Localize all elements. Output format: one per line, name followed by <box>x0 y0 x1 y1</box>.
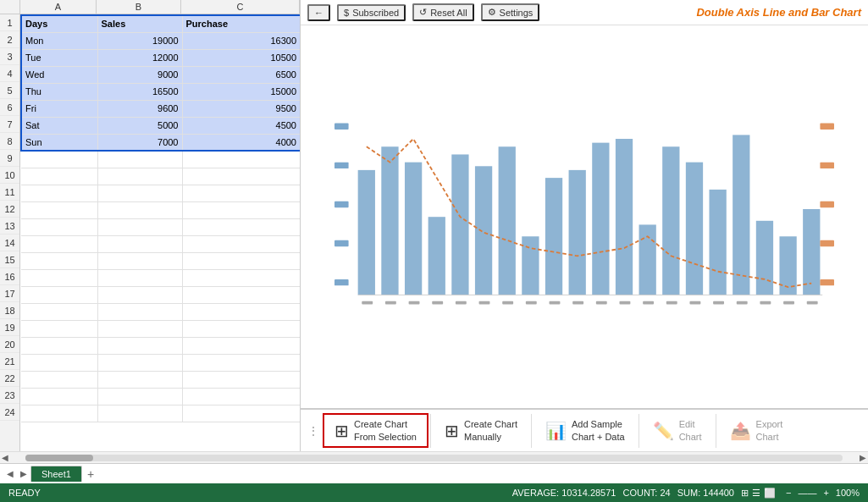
subscribed-button[interactable]: $ Subscribed <box>337 4 406 21</box>
horizontal-scrollbar[interactable]: ◀ ▶ <box>0 451 868 463</box>
cell-c4[interactable]: 6500 <box>182 66 300 83</box>
list-view-icon[interactable]: ☰ <box>752 488 760 499</box>
zoom-in-icon[interactable]: + <box>823 488 828 498</box>
table-row <box>21 185 300 201</box>
cell-c2[interactable]: 16300 <box>182 32 300 49</box>
cell-c3[interactable]: 10500 <box>182 49 300 66</box>
scroll-thumb[interactable] <box>25 455 93 461</box>
row-num-8[interactable]: 8 <box>0 133 19 150</box>
col-header-a[interactable]: A <box>20 0 97 14</box>
zoom-out-icon[interactable]: − <box>786 488 791 498</box>
drag-handle-icon[interactable]: ⋮ <box>304 424 323 438</box>
row-num-18[interactable]: 18 <box>0 302 19 319</box>
tab-scroll-right[interactable]: ▶ <box>17 469 30 478</box>
reset-button[interactable]: ↺ Reset All <box>412 3 473 21</box>
svg-rect-43 <box>760 301 771 305</box>
row-num-1[interactable]: 1 <box>0 14 19 31</box>
row-num-10[interactable]: 10 <box>0 167 19 184</box>
export-chart-button[interactable]: 📤 Export Chart <box>718 413 795 448</box>
cell-c6[interactable]: 9500 <box>182 100 300 117</box>
cell-b2[interactable]: 19000 <box>97 32 182 49</box>
row-num-23[interactable]: 23 <box>0 387 19 404</box>
row-num-13[interactable]: 13 <box>0 218 19 234</box>
row-num-15[interactable]: 15 <box>0 251 19 268</box>
cell-c5[interactable]: 15000 <box>182 83 300 100</box>
table-row <box>21 151 300 168</box>
svg-rect-5 <box>358 170 375 295</box>
create-chart-manual-icon: ⊞ <box>445 421 459 441</box>
table-row: Fri 9600 9500 <box>21 100 300 117</box>
svg-rect-28 <box>409 301 420 305</box>
cell-a6[interactable]: Fri <box>21 100 97 117</box>
create-chart-manually-button[interactable]: ⊞ Create Chart Manually <box>433 413 529 448</box>
scroll-track[interactable] <box>25 455 843 461</box>
settings-button[interactable]: ⚙ Settings <box>481 3 540 21</box>
tab-scroll-left[interactable]: ◀ <box>3 469 17 478</box>
col-header-c[interactable]: C <box>181 0 300 14</box>
cell-c8[interactable]: 4000 <box>182 134 300 151</box>
btn4-line2: Chart <box>679 431 702 443</box>
settings-label: Settings <box>500 8 534 18</box>
row-num-21[interactable]: 21 <box>0 353 19 370</box>
row-num-12[interactable]: 12 <box>0 201 19 218</box>
row-num-22[interactable]: 22 <box>0 370 19 387</box>
cell-b7[interactable]: 5000 <box>97 117 182 134</box>
table-row <box>21 235 300 252</box>
zoom-level: 100% <box>836 488 860 498</box>
add-sheet-button[interactable]: + <box>82 467 99 481</box>
table-row <box>21 303 300 320</box>
scroll-right-arrow[interactable]: ▶ <box>860 453 866 462</box>
row-num-20[interactable]: 20 <box>0 336 19 353</box>
btn3-line1: Add Sample <box>572 418 622 430</box>
svg-rect-32 <box>502 301 513 305</box>
chart-svg <box>334 34 834 400</box>
cell-b6[interactable]: 9600 <box>97 100 182 117</box>
row-num-24[interactable]: 24 <box>0 404 19 421</box>
cell-c7[interactable]: 4500 <box>182 117 300 134</box>
row-num-2[interactable]: 2 <box>0 31 19 48</box>
create-chart-selection-icon: ⊞ <box>334 421 349 441</box>
back-button[interactable]: ← <box>307 4 330 21</box>
cell-a3[interactable]: Tue <box>21 49 97 66</box>
cell-a1[interactable]: Days <box>21 15 97 32</box>
cell-a4[interactable]: Wed <box>21 66 97 83</box>
scroll-left-arrow[interactable]: ◀ <box>2 453 8 462</box>
row-num-7[interactable]: 7 <box>0 116 19 133</box>
row-num-5[interactable]: 5 <box>0 82 19 99</box>
row-num-6[interactable]: 6 <box>0 99 19 116</box>
zoom-slider[interactable]: —— <box>798 488 816 498</box>
grid-view-icon[interactable]: ⊞ <box>741 488 749 499</box>
edit-chart-button[interactable]: ✏️ Edit Chart <box>641 413 714 448</box>
svg-rect-26 <box>362 301 373 305</box>
row-num-14[interactable]: 14 <box>0 234 19 251</box>
svg-rect-29 <box>432 301 443 305</box>
row-num-17[interactable]: 17 <box>0 285 19 302</box>
cell-b3[interactable]: 12000 <box>97 49 182 66</box>
create-chart-from-selection-button[interactable]: ⊞ Create Chart From Selection <box>323 413 428 448</box>
action-bar: ⋮ ⊞ Create Chart From Selection ⊞ Create… <box>301 408 868 451</box>
cell-c1[interactable]: Purchase <box>182 15 300 32</box>
sheet1-tab[interactable]: Sheet1 <box>30 466 82 482</box>
svg-rect-0 <box>334 124 349 130</box>
cell-b4[interactable]: 9000 <box>97 66 182 83</box>
svg-rect-45 <box>807 301 818 305</box>
row-num-9[interactable]: 9 <box>0 150 19 167</box>
cell-a7[interactable]: Sat <box>21 117 97 134</box>
row-num-11[interactable]: 11 <box>0 184 19 201</box>
chart-container <box>301 25 868 408</box>
cell-a8[interactable]: Sun <box>21 134 97 151</box>
row-num-3[interactable]: 3 <box>0 48 19 65</box>
col-header-b[interactable]: B <box>97 0 181 14</box>
row-num-16[interactable]: 16 <box>0 268 19 285</box>
page-view-icon[interactable]: ⬜ <box>764 488 776 499</box>
cell-b5[interactable]: 16500 <box>97 83 182 100</box>
cell-b8[interactable]: 7000 <box>97 134 182 151</box>
btn5-line2: Chart <box>756 431 779 443</box>
row-num-19[interactable]: 19 <box>0 319 19 336</box>
cell-a5[interactable]: Thu <box>21 83 97 100</box>
add-sample-chart-button[interactable]: 📊 Add Sample Chart + Data <box>534 413 637 448</box>
svg-rect-27 <box>385 301 396 305</box>
row-num-4[interactable]: 4 <box>0 65 19 82</box>
cell-a2[interactable]: Mon <box>21 32 97 49</box>
cell-b1[interactable]: Sales <box>97 15 182 32</box>
